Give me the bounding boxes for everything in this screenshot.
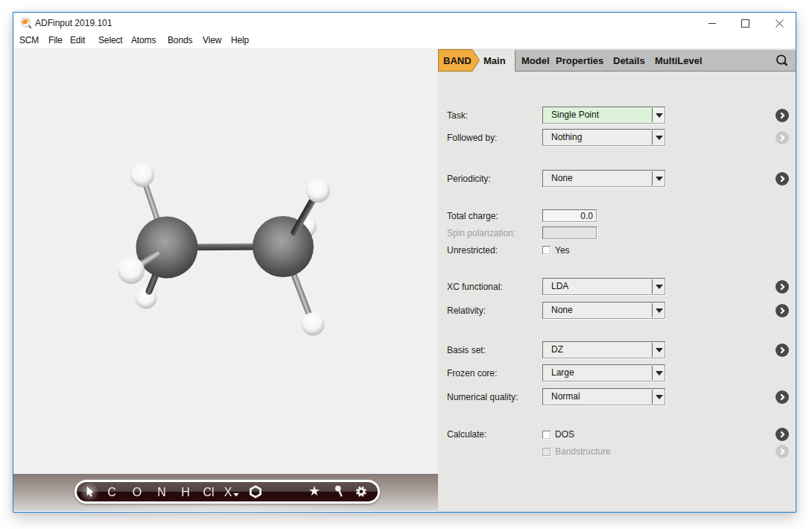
- svg-text:Cl: Cl: [203, 486, 214, 498]
- svg-text:C: C: [107, 486, 116, 498]
- svg-text:X: X: [224, 486, 232, 498]
- svg-text:H: H: [181, 486, 190, 498]
- svg-text:N: N: [157, 486, 166, 498]
- svg-text:O: O: [133, 486, 142, 498]
